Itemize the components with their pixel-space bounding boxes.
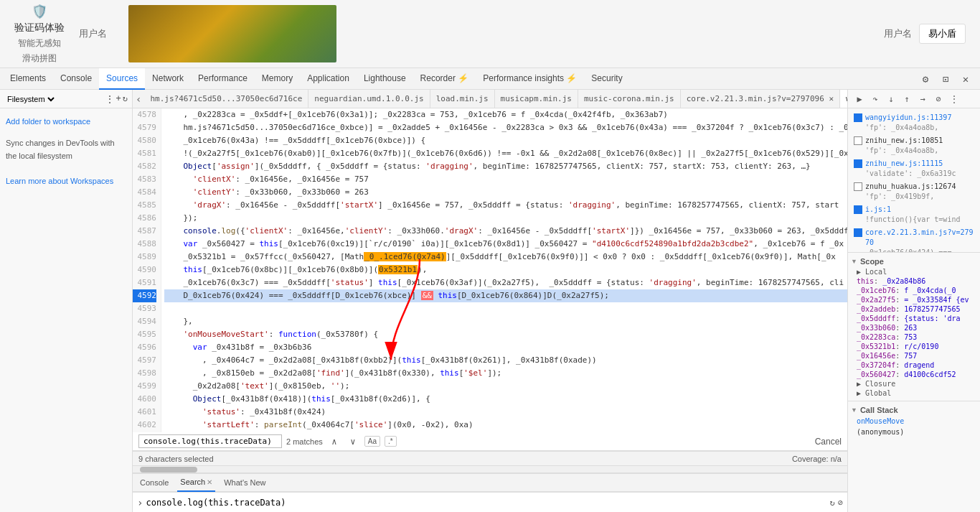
file-tab-musicapm[interactable]: musicapm.min.js — [495, 90, 578, 108]
watch-file-checkbox-3[interactable] — [854, 159, 862, 168]
search-tab-close-icon[interactable]: ✕ — [207, 478, 212, 486]
step-icon[interactable]: → — [915, 92, 930, 106]
tab-recorder[interactable]: Recorder ⚡ — [413, 68, 476, 90]
user-badge-button[interactable]: 易小盾 — [919, 24, 966, 44]
tab-memory[interactable]: Memory — [255, 68, 300, 90]
tab-application[interactable]: Application — [300, 68, 357, 90]
watch-file-checkbox-2[interactable] — [854, 136, 862, 145]
settings-icon[interactable]: ⚙ — [917, 70, 934, 88]
scope-local-header[interactable]: ▶ Local — [851, 267, 977, 276]
file-tabs-left-arrow[interactable]: ‹ — [133, 93, 144, 105]
console-input-row: › ↻ ⊘ — [133, 492, 847, 512]
callstack-item-anonymous[interactable]: (anonymous) — [851, 427, 977, 437]
watch-file-item-4[interactable]: znuhu_huakua.js:12674 'fp': _0x419b9f, — [851, 180, 977, 203]
tab-sources[interactable]: Sources — [99, 68, 145, 90]
bottom-tab-whats-new[interactable]: What's New — [221, 473, 268, 492]
console-clear-icon[interactable]: ⊘ — [838, 498, 843, 508]
scope-33b060: _0x33b060: 263 — [851, 323, 977, 332]
filesystem-selector[interactable]: Filesystem — [4, 94, 57, 104]
watch-file-item-6[interactable]: core.v2.21.3.min.js?v=27970 _0x1ceb76(0x… — [851, 226, 977, 252]
tab-security[interactable]: Security — [584, 68, 629, 90]
file-tab-wangyiyidun[interactable]: wangyiyidun.js — [840, 90, 847, 108]
close-devtools-icon[interactable]: ✕ — [957, 70, 974, 88]
callstack-header[interactable]: Call Stack — [851, 404, 977, 416]
line-4599: 4599 — [133, 380, 156, 393]
find-input[interactable] — [138, 434, 282, 448]
console-refresh-icon[interactable]: ↻ — [830, 498, 835, 508]
left-panel-refresh-icon[interactable]: ↻ — [123, 93, 128, 105]
tab-elements[interactable]: Elements — [3, 68, 53, 90]
line-4590: 4590 — [133, 264, 156, 276]
step-over-icon[interactable]: ↷ — [868, 92, 882, 106]
code-lines[interactable]: , _0x2283ca = _0x5ddf+[_0x1ceb76(0x3a1)]… — [161, 108, 847, 432]
code-line-4578: , _0x2283ca = _0x5ddf+[_0x1ceb76(0x3a1)]… — [164, 108, 847, 121]
watch-file-item-2[interactable]: znihu_new.js:10851 'fp': _0x4a4oa8b, — [851, 134, 977, 157]
line-4592: 4592 — [133, 289, 156, 302]
shield-icon: 🛡️ — [32, 4, 47, 19]
scope-560427: _0x560427: d4100c6cdf52 — [851, 370, 977, 379]
file-tabs: ‹ hm.js?4671c5d50...37050ec6d716ce negua… — [133, 90, 847, 108]
scope-global-header[interactable]: ▶ Global — [851, 388, 977, 398]
code-content[interactable]: 4578 4579 4580 4581 4582 4583 4584 4585 … — [133, 108, 847, 432]
line-4588: 4588 — [133, 238, 156, 251]
code-line-4582: Object['assign'](_0x5dddff, { _0x5dddff … — [164, 160, 847, 173]
watch-file-checkbox-6[interactable] — [854, 228, 862, 237]
line-4597: 4597 — [133, 354, 156, 367]
tab-console[interactable]: Console — [53, 68, 99, 90]
code-line-4590: this[_0x1ceb76(0x8bc)][_0x1ceb76(0x8b0)]… — [164, 264, 847, 276]
devtools-toolbar: Elements Console Sources Network Perform… — [0, 68, 980, 90]
bottom-tab-search[interactable]: Search ✕ — [177, 473, 215, 492]
file-tab-music-corona[interactable]: music-corona.min.js — [578, 90, 681, 108]
watch-file-item-1[interactable]: wangyiyidun.js:11397 'fp': _0x4a4oa8b, — [851, 111, 977, 134]
tab-lighthouse[interactable]: Lighthouse — [357, 68, 413, 90]
bottom-tab-console[interactable]: Console — [137, 473, 171, 492]
watch-file-checkbox-1[interactable] — [854, 113, 862, 122]
horizontal-scrollbar[interactable] — [133, 465, 847, 473]
more-options-icon[interactable]: ⋮ — [947, 92, 961, 106]
line-4587: 4587 — [133, 225, 156, 238]
dock-icon[interactable]: ⊡ — [937, 70, 954, 88]
file-tab-hm[interactable]: hm.js?4671c5d50...37050ec6d716ce — [144, 90, 308, 108]
step-out-icon[interactable]: ↑ — [900, 92, 914, 106]
resume-icon[interactable]: ▶ — [852, 92, 867, 106]
step-into-icon[interactable]: ↓ — [884, 92, 898, 106]
scope-closure-header[interactable]: ▶ Closure — [851, 379, 977, 388]
find-next-button[interactable]: ∨ — [346, 434, 360, 449]
watch-file-item-3[interactable]: znihu_new.js:11115 'validate': _0x6a319c — [851, 157, 977, 180]
scope-this: this: _0x2a84b86 — [851, 276, 977, 286]
tab-network[interactable]: Network — [145, 68, 191, 90]
find-regex-toggle[interactable]: .* — [385, 436, 397, 447]
file-tab-core[interactable]: core.v2.21.3.min.js?v=2797096 ✕ — [681, 90, 840, 108]
line-numbers: 4578 4579 4580 4581 4582 4583 4584 4585 … — [133, 108, 161, 432]
left-panel-new-icon[interactable]: + — [116, 93, 121, 105]
watch-file-checkbox-4[interactable] — [854, 182, 862, 191]
file-tab-load[interactable]: load.min.js — [430, 90, 495, 108]
callstack-item-onmousemove[interactable]: onMouseMove — [851, 416, 977, 427]
line-4601: 4601 — [133, 406, 156, 419]
find-matches: 2 matches — [286, 437, 323, 446]
file-tab-neguardian[interactable]: neguardian.umd.1.0.0.js — [308, 90, 430, 108]
left-panel-menu-icon[interactable]: ⋮ — [105, 93, 115, 105]
sync-text: Sync changes in DevTools with the local … — [6, 139, 115, 160]
watch-file-item-5[interactable]: i.js:1 !function(){var t=wind — [851, 203, 977, 226]
learn-more-link[interactable]: Learn more about Workspaces — [6, 177, 113, 185]
line-4579: 4579 — [133, 121, 156, 134]
tab-performance[interactable]: Performance — [191, 68, 255, 90]
find-prev-button[interactable]: ∧ — [327, 434, 341, 449]
website-center: 用户名 — [79, 27, 107, 40]
find-match-case-toggle[interactable]: Aa — [364, 436, 380, 447]
watch-file-checkbox-5[interactable] — [854, 205, 862, 214]
code-line-4596: var _0x431b8f = _0x3b6b36 — [164, 341, 847, 354]
find-cancel-button[interactable]: Cancel — [815, 437, 842, 447]
scope-section: Scope ▶ Local this: _0x2a84b86 _0x1ceb76… — [848, 252, 980, 401]
console-input-field[interactable] — [146, 498, 826, 508]
code-line-4591: _0x1ceb76(0x3c7) === _0x5dddff['status']… — [164, 276, 847, 289]
scope-header[interactable]: Scope — [851, 256, 977, 267]
add-folder-link[interactable]: Add folder to workspace — [6, 114, 126, 129]
horizontal-scrollbar-thumb[interactable] — [140, 467, 197, 473]
line-4589: 4589 — [133, 251, 156, 264]
deactivate-breakpoints-icon[interactable]: ⊘ — [931, 92, 946, 106]
tab-performance-insights[interactable]: Performance insights ⚡ — [476, 68, 584, 90]
line-4600: 4600 — [133, 393, 156, 406]
line-4586: 4586 — [133, 212, 156, 225]
